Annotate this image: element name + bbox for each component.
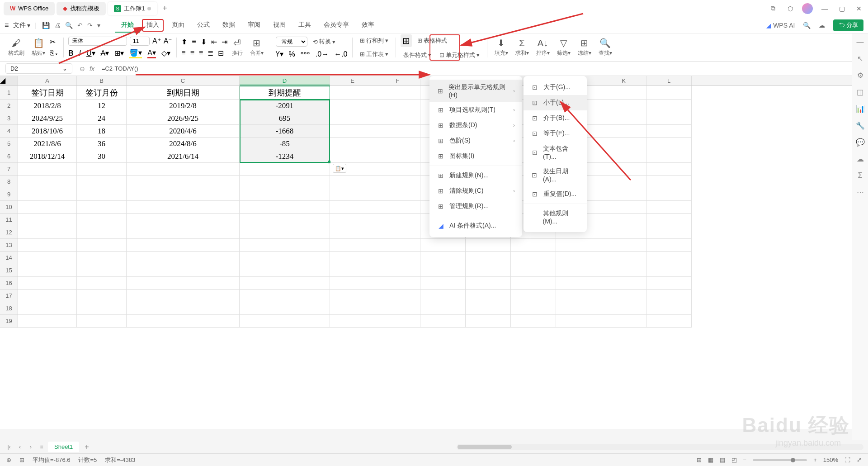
horizontal-scrollbar[interactable]: ▸ (457, 444, 863, 450)
more-icon[interactable]: ▾ (97, 22, 100, 29)
cell-F4[interactable] (375, 125, 420, 138)
dropdown-item[interactable]: ⊞色阶(S)› (429, 133, 522, 148)
dropdown-item[interactable]: ⊡文本包含(T)... (524, 141, 587, 164)
col-header-B[interactable]: B (77, 76, 127, 86)
cell-E12[interactable] (330, 226, 375, 239)
cell-D8[interactable] (240, 176, 330, 188)
cell-K15[interactable] (601, 264, 646, 277)
cell-K12[interactable] (601, 226, 646, 239)
cell-L9[interactable] (646, 188, 692, 201)
cell-K19[interactable] (601, 315, 646, 328)
cell-L5[interactable] (646, 138, 692, 150)
menu-tab-2[interactable]: 页面 (165, 18, 191, 33)
redo-icon[interactable]: ↷ (87, 22, 93, 29)
rowcol-button[interactable]: ⊞ 行和列▾ (357, 35, 391, 46)
cell-F9[interactable] (375, 188, 420, 201)
menu-tab-1[interactable]: 插入 (140, 18, 165, 33)
cell-E2[interactable] (330, 100, 375, 112)
clear-format-icon[interactable]: ◇▾ (161, 49, 170, 57)
comma-icon[interactable]: ᵒᵒᵒ (301, 50, 310, 58)
row-header-4[interactable]: 4 (0, 125, 18, 138)
chart-icon[interactable]: 📊 (856, 105, 865, 113)
cell-F16[interactable] (375, 277, 420, 290)
sum-group[interactable]: Σ求和▾ (513, 38, 532, 57)
cell-I19[interactable] (511, 315, 556, 328)
copy-icon[interactable]: ⧉ (768, 3, 778, 14)
rotate-button[interactable]: ⟲ 转换▾ (310, 36, 338, 47)
cell-A3[interactable]: 2024/9/25 (18, 112, 77, 125)
cell-B16[interactable] (77, 277, 127, 290)
cell-L18[interactable] (646, 302, 692, 315)
cell-G14[interactable] (420, 252, 466, 264)
cell-J19[interactable] (556, 315, 601, 328)
close-button[interactable]: ✕ (854, 3, 864, 14)
file-menu[interactable]: 文件▾ (9, 19, 34, 31)
dropdown-item[interactable]: ⊞数据条(D)› (429, 118, 522, 133)
border-icon[interactable]: ⊞▾ (114, 49, 124, 57)
cell-J13[interactable] (556, 239, 601, 252)
cell-K18[interactable] (601, 302, 646, 315)
cell-L19[interactable] (646, 315, 692, 328)
minimize-button[interactable]: — (819, 3, 830, 14)
decrease-decimal-icon[interactable]: ←.0 (334, 50, 347, 58)
dropdown-item[interactable]: ⊞图标集(I) (429, 148, 522, 164)
cell-D4[interactable]: -1668 (240, 125, 330, 138)
cell-D1[interactable]: 到期提醒 (240, 86, 330, 100)
cell-A15[interactable] (18, 264, 77, 277)
cell-B4[interactable]: 18 (77, 125, 127, 138)
cell-B9[interactable] (77, 188, 127, 201)
cell-L16[interactable] (646, 277, 692, 290)
cursor-icon[interactable]: ↖ (857, 54, 863, 63)
menu-tab-7[interactable]: 工具 (292, 18, 317, 33)
cell-A4[interactable]: 2018/10/6 (18, 125, 77, 138)
cell-C3[interactable]: 2026/9/25 (127, 112, 240, 125)
maximize-button[interactable]: ▢ (836, 3, 847, 14)
dropdown-item[interactable]: ⊞清除规则(C)› (429, 183, 522, 199)
save-icon[interactable]: 💾 (42, 22, 50, 29)
zoom-slider[interactable] (753, 459, 807, 461)
cell-C8[interactable] (127, 176, 240, 188)
menu-tab-9[interactable]: 效率 (355, 18, 381, 33)
hamburger-icon[interactable]: ≡ (5, 21, 9, 29)
cell-K5[interactable] (601, 138, 646, 150)
dropdown-item[interactable]: ⊞突出显示单元格规则(H)› (429, 80, 522, 102)
comment-icon[interactable]: 💬 (856, 138, 865, 147)
settings-icon[interactable]: ⚙ (857, 71, 863, 80)
cell-D7[interactable] (240, 163, 330, 176)
cell-I15[interactable] (511, 264, 556, 277)
cell-I13[interactable] (511, 239, 556, 252)
menu-tab-8[interactable]: 会员专享 (317, 18, 355, 33)
reading-mode-icon[interactable]: ◰ (731, 456, 737, 463)
row-header-17[interactable]: 17 (0, 290, 18, 302)
cell-E5[interactable] (330, 138, 375, 150)
dropdown-item[interactable]: ⊞项目选取规则(T)› (429, 102, 522, 118)
cell-B17[interactable] (77, 290, 127, 302)
cell-A13[interactable] (18, 239, 77, 252)
dropdown-item[interactable]: ⊡发生日期(A)... (524, 164, 587, 186)
cell-H15[interactable] (466, 264, 511, 277)
cell-D5[interactable]: -85 (240, 138, 330, 150)
cell-K11[interactable] (601, 214, 646, 226)
underline-icon[interactable]: U▾ (86, 49, 95, 57)
cell-L1[interactable] (646, 86, 692, 100)
dropdown-item[interactable]: ⊞新建规则(N)... (429, 168, 522, 183)
row-header-18[interactable]: 18 (0, 302, 18, 315)
format-painter-group[interactable]: 🖌格式刷 (5, 38, 27, 57)
cell-F2[interactable] (375, 100, 420, 112)
cell-C4[interactable]: 2020/4/6 (127, 125, 240, 138)
cell-D16[interactable] (240, 277, 330, 290)
cell-A2[interactable]: 2018/2/8 (18, 100, 77, 112)
cell-B7[interactable] (77, 163, 127, 176)
justify-icon[interactable]: ≣ (208, 49, 213, 57)
menu-tab-6[interactable]: 视图 (267, 18, 292, 33)
table-style-button[interactable]: ⊞ 表格样式 (415, 35, 450, 46)
cell-E1[interactable] (330, 86, 375, 100)
cell-L4[interactable] (646, 125, 692, 138)
currency-icon[interactable]: ¥▾ (276, 50, 283, 58)
cell-B14[interactable] (77, 252, 127, 264)
cell-B5[interactable]: 36 (77, 138, 127, 150)
wps-ai-button[interactable]: ◢WPS AI (766, 22, 795, 29)
cell-F1[interactable] (375, 86, 420, 100)
cell-A14[interactable] (18, 252, 77, 264)
dropdown-item[interactable]: ⊞管理规则(R)... (429, 199, 522, 214)
